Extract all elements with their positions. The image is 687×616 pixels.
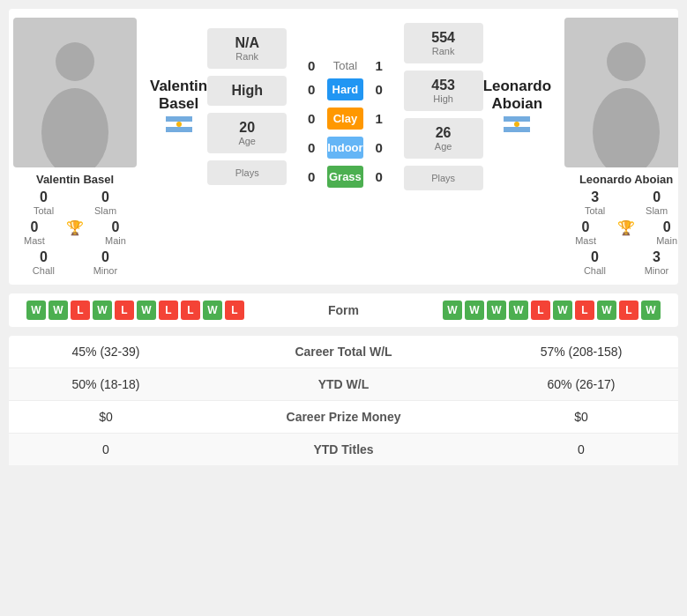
left-total-value: 0 [40, 189, 48, 205]
right-form-badge-W: W [597, 301, 616, 320]
right-form-badge-L: L [531, 301, 550, 320]
prize-money-row: $0 Career Prize Money $0 [9, 401, 678, 434]
left-rank-value: N/A [235, 35, 259, 51]
right-total-label: Total [585, 205, 605, 216]
svg-point-9 [514, 122, 519, 127]
right-age-label: Age [435, 141, 452, 152]
left-indoor-score: 0 [299, 140, 324, 155]
right-stats-row1: 3 Total 0 Slam [564, 189, 678, 216]
right-high-label: High [433, 93, 453, 104]
left-minor-stat: 0 Minor [93, 249, 118, 276]
right-ytd-wl: 60% (26-17) [502, 377, 661, 391]
right-player-name-header: Leonardo Aboian [483, 78, 551, 114]
argentina-flag-left [166, 116, 192, 132]
left-form-badge-W: W [49, 301, 68, 320]
grass-tag: Grass [327, 166, 362, 188]
left-mid-info: N/A Rank High 20 Age Plays [207, 25, 287, 189]
left-rank-box: N/A Rank [207, 28, 287, 69]
grass-surface-row: 0 Grass 0 [290, 164, 400, 189]
left-flag [150, 116, 207, 136]
indoor-tag: Indoor [327, 137, 362, 159]
svg-rect-2 [166, 116, 192, 122]
form-header: WWLWLWLLWL Form WWWWLWLWLW [9, 293, 678, 327]
left-total-stat: 0 Total [34, 189, 54, 216]
ytd-wl-row: 50% (18-18) YTD W/L 60% (26-17) [9, 368, 678, 401]
right-mid-info: 554 Rank 453 High 26 Age Plays [404, 19, 483, 194]
right-form-badge-W: W [553, 301, 572, 320]
left-grass-score: 0 [299, 169, 324, 184]
titles-label: YTD Titles [185, 442, 502, 456]
right-player-silhouette [582, 35, 670, 167]
left-trophy-icon: 🏆 [66, 219, 84, 246]
right-slam-stat: 0 Slam [646, 189, 668, 216]
left-form-badge-W: W [26, 301, 46, 320]
right-grass-score: 0 [367, 169, 392, 184]
right-total-value: 3 [591, 189, 599, 205]
left-player-column: Valentin Basel 0 Total 0 Slam 0 Mast 🏆 [9, 9, 141, 285]
left-stats-row2: 0 Mast 🏆 0 Main [13, 219, 137, 246]
right-stats-row2: 0 Mast 🏆 0 Main [564, 219, 678, 246]
left-form-badge-W: W [137, 301, 156, 320]
left-main-label: Main [105, 235, 126, 246]
right-minor-value: 3 [653, 249, 661, 265]
right-main-stat: 0 Main [656, 219, 677, 246]
left-mast-label: Mast [24, 235, 45, 246]
right-rank-value: 554 [431, 30, 455, 46]
right-player-photo [564, 18, 678, 167]
left-player-silhouette [31, 35, 119, 167]
total-label: Total [324, 59, 366, 72]
right-mast-stat: 0 Mast [575, 219, 596, 246]
ytd-titles-row: 0 YTD Titles 0 [9, 434, 678, 465]
right-total-score: 1 [367, 58, 392, 73]
right-form-badge-W: W [509, 301, 528, 320]
right-high-value: 453 [431, 78, 455, 93]
svg-point-5 [176, 122, 182, 127]
right-plays-box: Plays [404, 166, 483, 190]
left-main-stat: 0 Main [105, 219, 126, 246]
svg-point-0 [56, 42, 94, 81]
left-form-badge-L: L [225, 301, 244, 320]
left-form-badge-L: L [159, 301, 178, 320]
left-prize: $0 [26, 410, 185, 424]
right-high-box: 453 High [404, 71, 483, 111]
right-rank-box: 554 Rank [404, 23, 483, 63]
right-flag [483, 116, 551, 136]
career-total-wl-label: Career Total W/L [185, 345, 502, 359]
left-stats-row3: 0 Chall 0 Minor [13, 249, 137, 276]
right-form-badges: WWWWLWLWLW [443, 301, 661, 320]
right-chall-stat: 0 Chall [584, 249, 606, 276]
form-label: Form [328, 303, 359, 317]
left-ytd-wl: 50% (18-18) [26, 377, 185, 391]
left-plays-box: Plays [207, 160, 287, 185]
right-age-box: 26 Age [404, 118, 483, 159]
svg-rect-8 [504, 127, 530, 132]
left-slam-value: 0 [101, 189, 109, 205]
right-plays-label: Plays [431, 173, 455, 183]
left-form-badges: WWLWLWLLWL [26, 301, 244, 320]
right-form-badge-W: W [443, 301, 462, 320]
career-total-wl-row: 45% (32-39) Career Total W/L 57% (208-15… [9, 336, 678, 368]
left-mast-stat: 0 Mast [24, 219, 45, 246]
left-career-total-wl: 45% (32-39) [26, 345, 185, 359]
right-age-value: 26 [436, 125, 452, 141]
clay-surface-row: 0 Clay 1 [290, 106, 400, 131]
right-clay-score: 1 [367, 111, 392, 126]
svg-point-1 [41, 88, 108, 167]
right-form-badge-L: L [575, 301, 594, 320]
svg-point-10 [607, 42, 646, 81]
left-age-value: 20 [239, 120, 255, 136]
right-rank-label: Rank [432, 46, 455, 56]
top-section: Valentin Basel 0 Total 0 Slam 0 Mast 🏆 [9, 9, 678, 285]
clay-tag: Clay [327, 108, 362, 130]
left-main-value: 0 [112, 219, 120, 235]
right-trophy-icon: 🏆 [617, 219, 635, 246]
left-player-name-header: Valentin Basel [150, 78, 207, 114]
left-chall-label: Chall [33, 265, 55, 276]
right-mast-label: Mast [575, 235, 596, 246]
right-player-column: Leonardo Aboian 3 Total 0 Slam 0 Mast 🏆 [560, 9, 678, 285]
left-chall-stat: 0 Chall [33, 249, 55, 276]
left-clay-score: 0 [299, 111, 324, 126]
left-plays-label: Plays [235, 167, 259, 178]
form-section: WWLWLWLLWL Form WWWWLWLWLW [9, 293, 678, 327]
left-minor-label: Minor [93, 265, 118, 276]
